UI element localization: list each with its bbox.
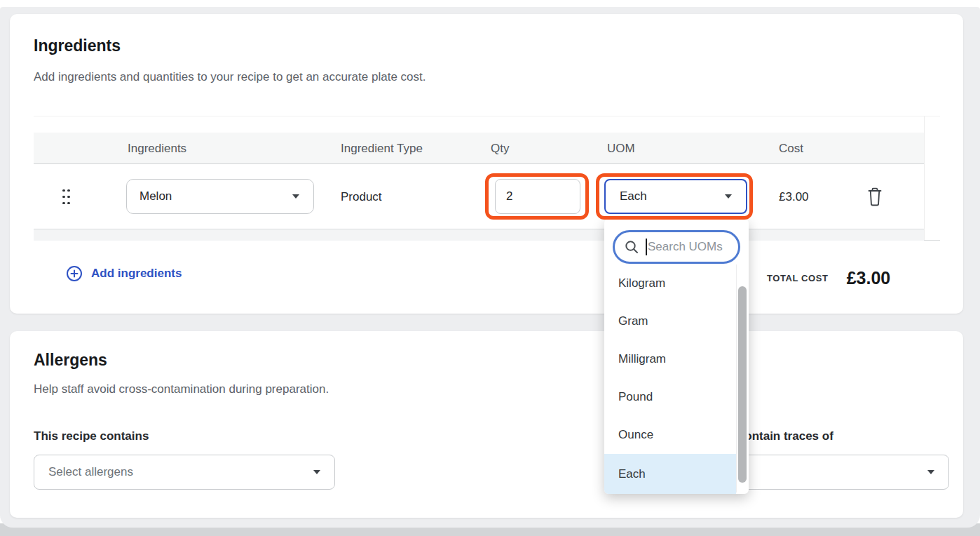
delete-row-button[interactable] bbox=[866, 187, 883, 207]
recipe-editor-page: Ingredients Add ingredients and quantiti… bbox=[0, 0, 980, 536]
column-header-qty: Qty bbox=[491, 133, 509, 164]
total-cost-label: TOTAL COST bbox=[767, 273, 829, 283]
table-header-row: Ingredients Ingredient Type Qty UOM Cost bbox=[34, 133, 924, 164]
uom-search-field[interactable] bbox=[613, 230, 740, 264]
drag-handle-icon[interactable] bbox=[61, 187, 72, 206]
plus-circle-icon bbox=[66, 265, 83, 282]
contains-allergens-placeholder: Select allergens bbox=[34, 465, 133, 479]
allergens-subtitle: Help staff avoid cross-contamination dur… bbox=[34, 382, 329, 396]
uom-select[interactable]: Each bbox=[604, 179, 747, 214]
chevron-down-icon bbox=[725, 194, 732, 199]
ingredient-select[interactable]: Melon bbox=[126, 179, 314, 214]
uom-search-input[interactable] bbox=[648, 240, 726, 254]
ingredients-card: Ingredients Add ingredients and quantiti… bbox=[10, 14, 963, 314]
text-cursor bbox=[646, 239, 647, 255]
dropdown-scrollbar-track[interactable] bbox=[736, 264, 747, 493]
table-footer-band bbox=[34, 229, 924, 241]
ingredients-subtitle: Add ingredients and quantities to your r… bbox=[34, 70, 426, 84]
column-header-ingredient-type: Ingredient Type bbox=[341, 133, 423, 164]
recipe-contains-label: This recipe contains bbox=[34, 429, 149, 443]
uom-option-gram[interactable]: Gram bbox=[604, 302, 736, 340]
trash-icon bbox=[866, 187, 883, 207]
ingredient-select-value: Melon bbox=[127, 189, 172, 203]
table-row: Melon Product Each £3.00 bbox=[34, 164, 924, 229]
chevron-down-icon bbox=[313, 470, 320, 474]
uom-select-value: Each bbox=[606, 189, 647, 203]
uom-dropdown-panel: Kilogram Gram Milligram Pound Ounce Each bbox=[604, 219, 749, 494]
ingredients-table: Ingredients Ingredient Type Qty UOM Cost… bbox=[34, 116, 940, 241]
search-icon bbox=[624, 239, 639, 255]
add-ingredients-button[interactable]: Add ingredients bbox=[66, 264, 182, 283]
ingredient-type-value: Product bbox=[341, 164, 382, 229]
uom-option-pound[interactable]: Pound bbox=[604, 378, 736, 416]
dropdown-scrollbar-thumb[interactable] bbox=[738, 286, 747, 483]
uom-option-ounce[interactable]: Ounce bbox=[604, 416, 736, 454]
chevron-down-icon bbox=[292, 194, 299, 199]
total-cost-row: TOTAL COST £3.00 bbox=[767, 267, 890, 289]
column-header-ingredients: Ingredients bbox=[128, 133, 186, 164]
uom-options-list: Kilogram Gram Milligram Pound Ounce Each bbox=[604, 264, 749, 494]
add-ingredients-label: Add ingredients bbox=[91, 267, 182, 281]
table-scrollbar-gutter[interactable] bbox=[924, 116, 940, 240]
allergens-card: Allergens Help staff avoid cross-contami… bbox=[10, 331, 963, 518]
uom-option-each-selected[interactable]: Each bbox=[604, 454, 736, 494]
uom-option-kilogram[interactable]: Kilogram bbox=[604, 264, 736, 302]
total-cost-value: £3.00 bbox=[847, 268, 891, 288]
uom-option-milligram[interactable]: Milligram bbox=[604, 340, 736, 378]
contains-allergens-select[interactable]: Select allergens bbox=[34, 455, 335, 490]
cost-value: £3.00 bbox=[779, 164, 809, 229]
ingredients-title: Ingredients bbox=[34, 36, 121, 55]
allergens-title: Allergens bbox=[34, 351, 107, 370]
chevron-down-icon bbox=[927, 470, 934, 474]
qty-input[interactable] bbox=[495, 179, 580, 214]
column-header-cost: Cost bbox=[779, 133, 803, 164]
column-header-uom: UOM bbox=[607, 133, 635, 164]
